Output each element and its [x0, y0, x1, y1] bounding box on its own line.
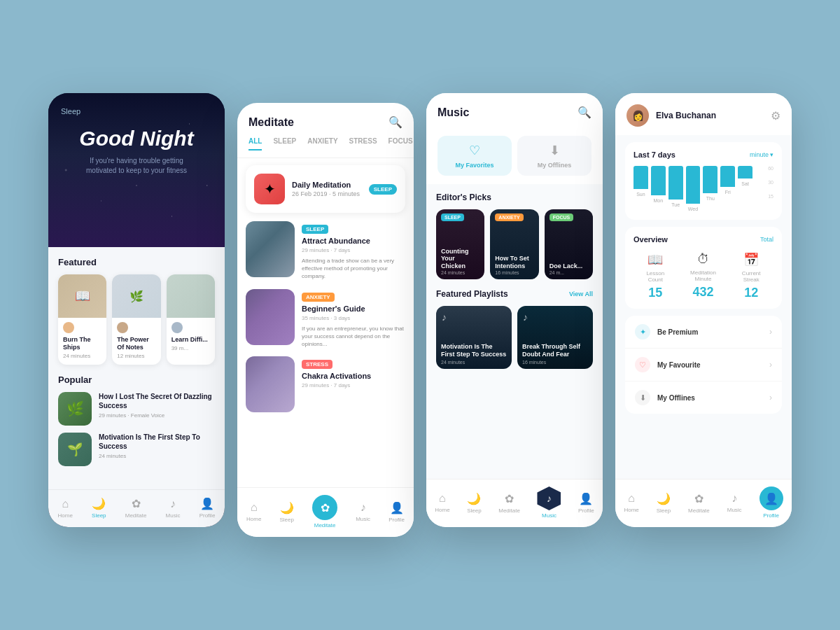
stat-lesson: 📖 LessonCount 15 — [646, 252, 664, 300]
popular-meta-1: 29 minutes · Female Voice — [99, 412, 215, 419]
thumb-2 — [246, 289, 295, 345]
nav2-meditate[interactable]: ✿ Meditate — [312, 495, 337, 528]
nav3-home[interactable]: ⌂ Home — [435, 492, 449, 513]
stats-row: 📖 LessonCount 15 ⏱ MeditationMinute 432 … — [634, 252, 774, 300]
playlist-icon-1: ♪ — [442, 312, 447, 323]
lesson-value: 15 — [648, 286, 662, 300]
menu-premium[interactable]: ✦ Be Premium › — [625, 316, 782, 349]
item-meta-3: 29 minutes · 7 days — [302, 382, 405, 388]
chart-filter[interactable]: minute ▾ — [750, 151, 774, 158]
nav4-sleep-label: Sleep — [657, 507, 671, 514]
y-axis: 60 30 15 — [768, 166, 774, 199]
tab-stress[interactable]: STRESS — [349, 137, 377, 150]
search-icon[interactable]: 🔍 — [388, 115, 402, 129]
bar-thu: Thu — [703, 166, 718, 211]
music-active-nav: ♪ — [537, 486, 561, 510]
bar-value-tue — [668, 166, 683, 200]
user-avatar: 👩 — [626, 104, 649, 127]
tab-sleep[interactable]: SLEEP — [273, 137, 296, 150]
bar-wed: Wed — [686, 166, 701, 211]
offlines-icon: ⬇ — [635, 390, 650, 405]
meditate-header: Meditate 🔍 — [237, 103, 414, 137]
streak-icon: 📅 — [743, 252, 759, 267]
nav3-music-label: Music — [542, 512, 556, 519]
nav4-home[interactable]: ⌂ Home — [624, 492, 638, 513]
hero-section: Sleep Good Night If you're having troubl… — [48, 93, 225, 247]
editor-card-3[interactable]: FOCUS Doe Lack... 24 m... — [545, 209, 593, 279]
nav3-sleep[interactable]: 🌙 Sleep — [467, 492, 481, 514]
nav4-home-label: Home — [624, 507, 638, 513]
nav4-meditate[interactable]: ✿ Meditate — [688, 492, 710, 514]
lesson-label: LessonCount — [646, 270, 664, 283]
list-item-1[interactable]: SLEEP Attract Abundance 29 minutes · 7 d… — [246, 221, 405, 281]
feat-meta: 26 Feb 2019 · 5 minutes — [292, 190, 362, 197]
nav2-profile-label: Profile — [388, 517, 405, 523]
item-meta-1: 29 minutes · 7 days — [302, 247, 405, 253]
featured-card-1[interactable]: 📖 Burn The Ships 24 minutes — [58, 274, 106, 365]
y-label-60: 60 — [768, 166, 774, 171]
meditation-stat-icon: ⏱ — [697, 252, 710, 267]
bar-value-thu — [703, 166, 718, 193]
nav4-sleep[interactable]: 🌙 Sleep — [657, 492, 671, 514]
premium-arrow: › — [769, 327, 772, 337]
nav4-music[interactable]: ♪ Music — [727, 492, 742, 513]
bar-label-mon: Mon — [653, 198, 663, 203]
playlist-card-1[interactable]: ♪ Motivation Is The First Step To Succes… — [436, 306, 512, 369]
featured-card-3[interactable]: Learn Diffi... 39 m... — [167, 274, 215, 365]
nav-sleep-label: Sleep — [92, 512, 106, 519]
bar-label-thu: Thu — [706, 196, 715, 201]
offline-label: My Offlines — [538, 162, 572, 169]
tab-favorites[interactable]: ♡ My Favorites — [438, 136, 512, 176]
nav2-sleep[interactable]: 🌙 Sleep — [280, 501, 294, 523]
meditate-nav: ⌂ Home 🌙 Sleep ✿ Meditate ♪ Music 👤 Prof… — [237, 487, 414, 537]
nav3-meditate[interactable]: ✿ Meditate — [498, 492, 520, 514]
music-tabs: ♡ My Favorites ⬇ My Offlines — [426, 127, 603, 184]
editor-meta-1: 24 minutes — [441, 270, 479, 275]
editor-overlay-2: ANXIETY How To Set Intentions 16 minutes — [490, 209, 538, 279]
card-body-3: Learn Diffi... 39 m... — [167, 318, 215, 357]
nav-home[interactable]: ⌂ Home — [58, 498, 73, 519]
editor-card-2[interactable]: ANXIETY How To Set Intentions 16 minutes — [490, 209, 538, 279]
editor-overlay-1: SLEEP Counting Your Chicken 24 minutes — [436, 209, 484, 279]
overview-filter[interactable]: Total — [760, 236, 774, 243]
editor-card-1[interactable]: SLEEP Counting Your Chicken 24 minutes — [436, 209, 484, 279]
nav2-music[interactable]: ♪ Music — [356, 501, 370, 522]
menu-favourite[interactable]: ♡ My Favourite › — [625, 349, 782, 382]
nav4-profile[interactable]: 👤 Profile — [760, 486, 783, 519]
popular-item-1[interactable]: 🌿 How I Lost The Secret Of Dazzling Succ… — [58, 392, 215, 426]
home-icon-4: ⌂ — [628, 492, 635, 505]
playlist-card-2[interactable]: ♪ Break Through Self Doubt And Fear 16 m… — [517, 306, 593, 369]
nav3-profile[interactable]: 👤 Profile — [578, 492, 594, 514]
nav-sleep[interactable]: 🌙 Sleep — [92, 497, 106, 519]
card-avatar-3 — [172, 322, 183, 333]
card-title-3: Learn Diffi... — [172, 336, 210, 344]
hero-tag: Sleep — [61, 107, 212, 115]
nav3-music[interactable]: ♪ Music — [537, 486, 561, 519]
nav-profile[interactable]: 👤 Profile — [200, 497, 216, 519]
tab-all[interactable]: ALL — [248, 137, 262, 150]
list-item-3[interactable]: STRESS Chakra Activations 29 minutes · 7… — [246, 356, 405, 412]
tab-anxiety[interactable]: ANXIETY — [307, 137, 337, 150]
nav-meditate[interactable]: ✿ Meditate — [125, 497, 147, 519]
tab-focus[interactable]: FOCUS — [388, 137, 413, 150]
editor-text-2: How To Set Intentions 16 minutes — [495, 255, 533, 275]
search-icon-3[interactable]: 🔍 — [578, 106, 592, 119]
view-all-button[interactable]: View All — [569, 290, 593, 298]
feat-info: Daily Meditation 26 Feb 2019 · 5 minutes — [292, 181, 362, 197]
card-body-1: Burn The Ships 24 minutes — [58, 318, 106, 365]
list-item-2[interactable]: ANXIETY Beginner's Guide 35 minutes · 3 … — [246, 289, 405, 349]
featured-card-2[interactable]: 🌿 The Power Of Notes 12 minutes — [112, 274, 160, 365]
nav2-home[interactable]: ⌂ Home — [246, 501, 261, 522]
card-meta-1: 24 minutes — [63, 353, 102, 359]
nav-music[interactable]: ♪ Music — [166, 498, 181, 519]
music-nav: ⌂ Home 🌙 Sleep ✿ Meditate ♪ Music 👤 Prof… — [426, 479, 603, 527]
chart-title: Last 7 days — [634, 150, 676, 159]
card-body-2: The Power Of Notes 12 minutes — [112, 318, 160, 365]
popular-item-2[interactable]: 🌱 Motivation Is The First Step To Succes… — [58, 433, 215, 466]
settings-icon[interactable]: ⚙ — [771, 109, 780, 122]
menu-offlines[interactable]: ⬇ My Offlines › — [625, 382, 782, 414]
tab-offlines[interactable]: ⬇ My Offlines — [517, 136, 592, 176]
nav2-profile[interactable]: 👤 Profile — [388, 501, 405, 523]
featured-meditation[interactable]: ✦ Daily Meditation 26 Feb 2019 · 5 minut… — [246, 165, 405, 213]
music-title: Music — [438, 106, 469, 119]
